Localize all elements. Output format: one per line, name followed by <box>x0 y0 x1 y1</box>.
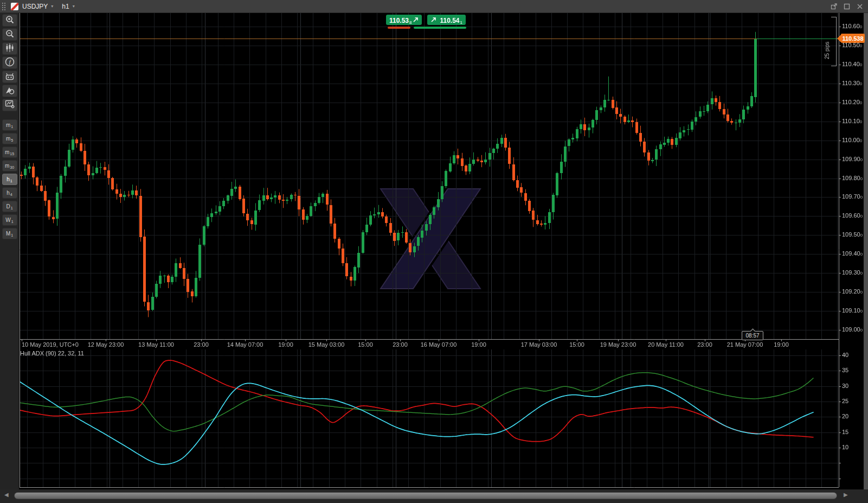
timeframe-button-m1[interactable]: m1 <box>2 119 17 131</box>
scroll-left-icon[interactable]: ◀ <box>4 492 9 498</box>
bar-countdown-label: 08:57 <box>742 331 763 340</box>
buy-arrow-icon <box>430 17 436 23</box>
timeframe-dropdown-caret-icon[interactable]: ▾ <box>73 4 75 9</box>
time-axis-label: 13 May 11:00 <box>138 341 174 348</box>
price-axis-label: 110.200 <box>842 99 862 105</box>
indicator-axis-label: 20 <box>842 413 848 419</box>
indicator-axis-label: 25 <box>842 398 848 404</box>
time-axis-label: 21 May 07:00 <box>727 341 763 348</box>
horizontal-scrollbar-thumb[interactable] <box>14 492 837 499</box>
right-edge-strip <box>864 12 868 490</box>
drawing-tools-button[interactable] <box>2 85 17 97</box>
zoom-in-icon <box>4 15 15 27</box>
time-axis-label: 10 May 2019, UTC+0 <box>22 341 79 348</box>
zoom-out-icon <box>4 29 15 41</box>
price-axis-label: 109.900 <box>842 156 863 162</box>
chart-titlebar: USDJPY ▾ h1 ▾ <box>0 0 868 13</box>
timeframe-button-h1[interactable]: h1 <box>2 174 17 185</box>
time-axis-label: 19:00 <box>471 341 486 348</box>
sell-button[interactable]: 110.538 <box>386 15 422 25</box>
price-axis-label: 109.700 <box>842 193 863 200</box>
indicator-name-label[interactable]: Hull ADX (90) 22, 32, 11 <box>20 350 84 356</box>
symbol-name: USDJPY <box>22 3 48 10</box>
zoom-out-button[interactable] <box>2 28 17 41</box>
price-axis-label: 109.500 <box>842 231 863 238</box>
sentiment-bar <box>388 27 466 29</box>
time-axis-label: 16 May 07:00 <box>421 341 457 348</box>
time-axis-label: 19:00 <box>774 341 789 348</box>
chart-type-button[interactable] <box>2 42 17 55</box>
maximize-icon <box>844 3 850 10</box>
time-axis-label: 19 May 23:00 <box>600 341 636 348</box>
price-axis-label: 110.000 <box>842 137 862 143</box>
scroll-right-icon[interactable]: ▶ <box>844 492 848 498</box>
timeframe-button-m15[interactable]: m15 <box>2 147 17 158</box>
cbots-icon <box>4 71 15 83</box>
indicator-axis-label: 10 <box>842 444 848 450</box>
sell-pipette: 8 <box>409 20 412 25</box>
indicators-icon: f <box>4 56 15 69</box>
chart-settings-button[interactable] <box>2 99 17 111</box>
chart-toolbar: fm1m5m15m30h1h4D1W1M1 <box>0 12 19 489</box>
price-axis-label: 109.200 <box>842 288 863 295</box>
horizontal-scrollbar: ◀ ▶ <box>0 489 868 503</box>
sentiment-sell-segment <box>388 27 410 29</box>
price-axis-label: 110.400 <box>842 61 862 67</box>
timeframe-button-M1[interactable]: M1 <box>2 228 17 239</box>
sell-price: 110.53 <box>389 17 409 24</box>
time-axis-label: 15:00 <box>358 341 373 348</box>
timeframe-button-h4[interactable]: h4 <box>2 187 17 199</box>
price-axis-label: 110.600 <box>842 23 862 29</box>
time-axis-label: 23:00 <box>393 341 408 348</box>
chart-settings-icon <box>4 99 15 111</box>
time-axis-label: 14 May 07:00 <box>227 341 263 348</box>
price-axis-label: 109.800 <box>842 175 863 181</box>
indicator-axis-label: 30 <box>842 383 848 389</box>
price-axis-label: 109.300 <box>842 269 863 276</box>
buy-button[interactable]: 110.541 <box>427 15 466 25</box>
price-axis-label: 110.100 <box>842 118 862 124</box>
time-axis-label: 15 May 03:00 <box>308 341 345 348</box>
chart-type-icon <box>4 43 15 55</box>
time-axis-label: 15:00 <box>569 341 584 348</box>
buy-price: 110.54 <box>440 17 460 24</box>
timeframe-selector[interactable]: h1 <box>62 3 69 10</box>
close-window-button[interactable] <box>856 3 864 10</box>
time-axis-label: 12 May 23:00 <box>88 341 124 348</box>
timeframe-button-m5[interactable]: m5 <box>2 133 17 144</box>
price-axis-label: 109.600 <box>842 212 863 219</box>
pips-measure-label: 25 pips <box>824 23 830 59</box>
price-axis-label: 110.300 <box>842 80 862 86</box>
timeframe-button-m30[interactable]: m30 <box>2 160 17 171</box>
symbol-dropdown-caret-icon[interactable]: ▾ <box>51 4 53 9</box>
timeframe-button-D1[interactable]: D1 <box>2 201 17 212</box>
close-icon <box>857 3 863 10</box>
price-axis-label: 109.000 <box>842 326 863 333</box>
time-axis-label: 23:00 <box>194 341 209 348</box>
time-axis-label: 19:00 <box>278 341 293 348</box>
cbots-button[interactable] <box>2 71 17 83</box>
time-axis-label: 20 May 11:00 <box>648 341 684 348</box>
time-axis-label: 23:00 <box>697 341 712 348</box>
chart-canvas[interactable] <box>0 0 868 503</box>
pips-measure-bracket <box>831 17 837 66</box>
detach-window-button[interactable] <box>830 3 838 10</box>
svg-text:f: f <box>9 59 11 65</box>
price-axis-label: 109.100 <box>842 307 863 314</box>
indicator-axis-label: 35 <box>842 367 848 373</box>
symbol-icon <box>11 3 18 10</box>
time-axis-label: 17 May 03:00 <box>521 341 557 348</box>
drag-grip-handle[interactable] <box>2 2 7 11</box>
detach-icon <box>831 3 838 10</box>
timeframe-button-W1[interactable]: W1 <box>2 214 17 226</box>
sell-arrow-icon <box>413 17 419 23</box>
indicators-button[interactable]: f <box>2 56 17 69</box>
zoom-in-button[interactable] <box>2 14 17 27</box>
sentiment-buy-segment <box>414 27 466 29</box>
maximize-window-button[interactable] <box>843 3 851 10</box>
drawing-tools-icon <box>4 85 15 97</box>
buy-pipette: 1 <box>460 20 462 25</box>
price-axis-label: 109.400 <box>842 250 863 257</box>
current-price-tag: 110.538 <box>841 34 865 43</box>
indicator-axis-label: 40 <box>842 352 848 358</box>
